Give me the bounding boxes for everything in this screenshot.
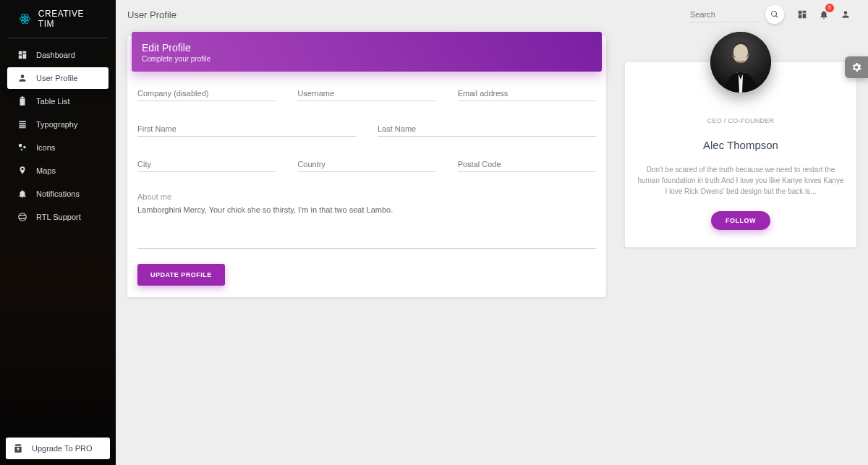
clipboard-icon — [16, 96, 29, 106]
person-icon — [16, 73, 29, 83]
topbar-account-button[interactable] — [838, 7, 854, 22]
bell-icon — [16, 189, 29, 199]
sidebar-item-user-profile[interactable]: User Profile — [7, 67, 109, 89]
brand[interactable]: CREATIVE TIM — [7, 0, 109, 38]
edit-profile-header: Edit Profile Complete your profile — [132, 32, 602, 72]
notification-badge: 5 — [825, 4, 834, 12]
sidebar-item-icons[interactable]: Icons — [7, 137, 109, 158]
first-name-field[interactable] — [137, 121, 356, 137]
search-input[interactable] — [689, 7, 761, 22]
sidebar-item-label: Dashboard — [36, 51, 75, 59]
upgrade-button[interactable]: Upgrade To PRO — [6, 438, 110, 459]
username-field[interactable] — [297, 86, 435, 101]
content: Edit Profile Complete your profile — [116, 29, 868, 465]
last-name-field[interactable] — [378, 121, 596, 137]
brand-name: CREATIVE TIM — [38, 9, 98, 29]
sidebar-item-maps[interactable]: Maps — [7, 160, 109, 182]
postal-code-field[interactable] — [458, 157, 596, 172]
sidebar-item-table-list[interactable]: Table List — [7, 90, 109, 112]
pin-icon — [16, 166, 29, 176]
dashboard-icon — [797, 9, 807, 20]
sidebar-item-label: Maps — [36, 166, 56, 175]
city-field[interactable] — [137, 157, 276, 172]
profile-card: CEO / CO-FOUNDER Alec Thompson Don't be … — [625, 62, 856, 247]
update-profile-button[interactable]: UPDATE PROFILE — [137, 264, 225, 286]
gear-icon — [851, 61, 862, 73]
sidebar-item-notifications[interactable]: Notifications — [7, 183, 109, 205]
library-icon — [16, 119, 29, 129]
profile-role: CEO / CO-FOUNDER — [637, 117, 845, 124]
svg-point-5 — [23, 146, 26, 149]
edit-profile-subtitle: Complete your profile — [142, 55, 592, 63]
sidebar-item-typography[interactable]: Typography — [7, 114, 109, 135]
sidebar-item-label: Icons — [36, 143, 55, 152]
brand-logo-icon — [19, 12, 31, 25]
dashboard-icon — [16, 50, 29, 60]
page-title: User Profile — [127, 9, 176, 20]
sidebar-item-label: Notifications — [36, 189, 80, 198]
topbar: User Profile 5 — [116, 0, 868, 29]
avatar-image — [710, 32, 771, 93]
svg-point-4 — [19, 144, 22, 148]
main: User Profile 5 Edit Profile — [116, 0, 868, 465]
unarchive-icon — [13, 443, 26, 453]
sidebar-nav: Dashboard User Profile Table List Typogr… — [0, 38, 116, 432]
profile-bio: Don't be scared of the truth because we … — [637, 164, 845, 197]
follow-button[interactable]: FOLLOW — [711, 211, 770, 230]
search — [689, 5, 784, 24]
about-me-label: About me — [137, 192, 596, 201]
sidebar-item-dashboard[interactable]: Dashboard — [7, 44, 109, 66]
settings-toggle[interactable] — [845, 56, 868, 78]
company-field — [137, 86, 276, 101]
country-field[interactable] — [297, 157, 435, 172]
svg-point-3 — [24, 18, 25, 20]
search-button[interactable] — [765, 5, 784, 24]
svg-point-8 — [733, 44, 749, 63]
topbar-dashboard-button[interactable] — [794, 7, 810, 22]
sidebar-item-label: RTL Support — [36, 213, 81, 221]
edit-profile-card: Edit Profile Complete your profile — [127, 36, 606, 297]
sidebar-item-label: Typography — [36, 120, 77, 129]
bubble-icon — [16, 142, 29, 153]
person-icon — [841, 9, 851, 20]
edit-profile-title: Edit Profile — [142, 42, 592, 54]
sidebar-item-label: Table List — [36, 97, 69, 106]
sidebar: CREATIVE TIM Dashboard User Profile Tabl… — [0, 0, 116, 465]
sidebar-item-label: User Profile — [36, 74, 77, 82]
about-me-field[interactable] — [137, 202, 596, 249]
email-field[interactable] — [458, 86, 596, 101]
profile-name: Alec Thompson — [637, 139, 845, 151]
sidebar-item-rtl[interactable]: RTL Support — [7, 206, 109, 228]
search-icon — [770, 10, 779, 19]
svg-point-6 — [21, 149, 22, 150]
upgrade-label: Upgrade To PRO — [32, 444, 93, 453]
avatar — [710, 32, 771, 93]
globe-icon — [16, 212, 29, 222]
topbar-notifications-button[interactable]: 5 — [816, 7, 832, 22]
topbar-icons: 5 — [791, 7, 856, 22]
